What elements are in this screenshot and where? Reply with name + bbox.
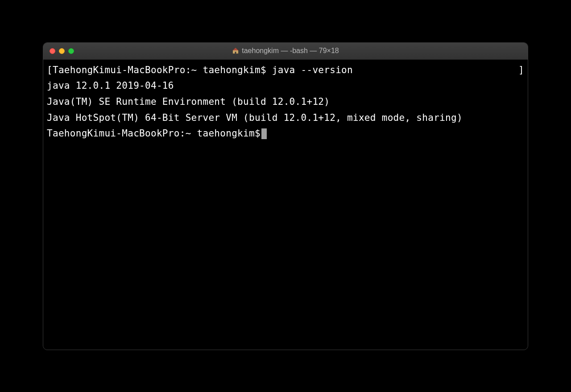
terminal-output-line: Java(TM) SE Runtime Environment (build 1… — [47, 94, 524, 110]
terminal-body[interactable]: [TaehongKimui-MacBookPro:~ taehongkim$ j… — [43, 60, 528, 350]
home-icon — [232, 47, 239, 54]
window-title: taehongkim — -bash — 79×18 — [43, 47, 528, 55]
window-title-text: taehongkim — -bash — 79×18 — [242, 47, 339, 55]
terminal-output-line: java 12.0.1 2019-04-16 — [47, 78, 524, 94]
terminal-output-line: [TaehongKimui-MacBookPro:~ taehongkim$ j… — [47, 62, 353, 78]
terminal-right-bracket: ] — [518, 62, 524, 78]
close-button[interactable] — [50, 48, 55, 54]
terminal-window: taehongkim — -bash — 79×18 [TaehongKimui… — [43, 42, 528, 350]
terminal-prompt: TaehongKimui-MacBookPro:~ taehongkim$ — [47, 126, 261, 142]
terminal-output-line: Java HotSpot(TM) 64-Bit Server VM (build… — [47, 110, 524, 126]
zoom-button[interactable] — [68, 48, 74, 54]
terminal-cursor[interactable] — [261, 128, 267, 139]
terminal-prompt-line: TaehongKimui-MacBookPro:~ taehongkim$ — [47, 126, 524, 142]
title-bar[interactable]: taehongkim — -bash — 79×18 — [43, 43, 528, 60]
minimize-button[interactable] — [59, 48, 65, 54]
traffic-lights — [43, 48, 74, 54]
